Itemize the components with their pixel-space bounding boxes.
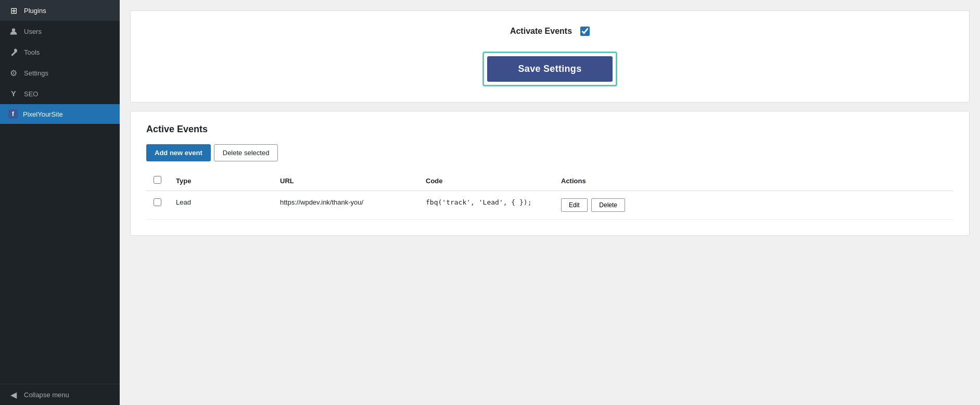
row-type: Lead: [169, 191, 273, 220]
save-btn-wrapper: Save Settings: [482, 52, 618, 86]
sidebar-item-pixelyoursite[interactable]: f PixelYourSite: [0, 104, 120, 124]
tools-icon: [8, 47, 19, 57]
settings-icon: ⚙: [8, 68, 19, 78]
activate-events-label: Activate Events: [510, 27, 572, 36]
table-header: Type URL Code Actions: [146, 171, 953, 191]
th-select: [146, 171, 169, 191]
activate-events-row: Activate Events: [151, 27, 948, 36]
delete-button[interactable]: Delete: [591, 198, 625, 212]
activate-events-checkbox[interactable]: [580, 27, 590, 36]
collapse-icon: ◀: [8, 389, 19, 400]
sidebar-item-seo[interactable]: Y SEO: [0, 83, 120, 104]
edit-button[interactable]: Edit: [561, 198, 588, 212]
collapse-menu-label: Collapse menu: [24, 391, 69, 399]
th-code: Code: [418, 171, 554, 191]
th-actions: Actions: [554, 171, 953, 191]
row-actions: Edit Delete: [554, 191, 953, 220]
row-checkbox-cell: [146, 191, 169, 220]
activate-events-card: Activate Events Save Settings: [130, 10, 970, 103]
save-btn-container: Save Settings: [151, 52, 948, 86]
sidebar-collapse-menu[interactable]: ◀ Collapse menu: [0, 384, 120, 405]
row-code: fbq('track', 'Lead', { });: [418, 191, 554, 220]
row-select-checkbox[interactable]: [154, 198, 161, 206]
sidebar-item-users-label: Users: [24, 28, 42, 35]
seo-icon: Y: [8, 88, 19, 99]
sidebar-item-settings-label: Settings: [24, 69, 48, 77]
active-events-card: Active Events Add new event Delete selec…: [130, 111, 970, 236]
select-all-checkbox[interactable]: [154, 176, 161, 184]
sidebar-item-seo-label: SEO: [24, 90, 38, 98]
sidebar-item-settings[interactable]: ⚙ Settings: [0, 62, 120, 83]
plugins-icon: ⊞: [8, 5, 19, 16]
add-new-event-button[interactable]: Add new event: [146, 144, 211, 161]
save-settings-button[interactable]: Save Settings: [487, 56, 613, 82]
pixelyoursite-icon: f: [8, 109, 18, 119]
users-icon: [8, 26, 19, 36]
events-table: Type URL Code Actions Lead https://wpdev…: [146, 171, 953, 220]
delete-selected-button[interactable]: Delete selected: [214, 144, 278, 161]
row-url: https://wpdev.ink/thank-you/: [273, 191, 418, 220]
sidebar: ⊞ Plugins Users Tools ⚙ Settings Y SEO f…: [0, 0, 120, 405]
sidebar-item-pixelyoursite-label: PixelYourSite: [23, 110, 63, 118]
events-table-body: Lead https://wpdev.ink/thank-you/ fbq('t…: [146, 191, 953, 220]
th-type: Type: [169, 171, 273, 191]
sidebar-item-tools[interactable]: Tools: [0, 42, 120, 62]
sidebar-item-plugins-label: Plugins: [24, 7, 46, 15]
active-events-title: Active Events: [146, 124, 953, 135]
sidebar-item-users[interactable]: Users: [0, 21, 120, 42]
sidebar-item-plugins[interactable]: ⊞ Plugins: [0, 0, 120, 21]
svg-point-0: [12, 28, 15, 31]
main-content: Activate Events Save Settings Active Eve…: [120, 0, 980, 405]
th-url: URL: [273, 171, 418, 191]
events-actions: Add new event Delete selected: [146, 144, 953, 161]
table-row: Lead https://wpdev.ink/thank-you/ fbq('t…: [146, 191, 953, 220]
sidebar-item-tools-label: Tools: [24, 48, 40, 56]
